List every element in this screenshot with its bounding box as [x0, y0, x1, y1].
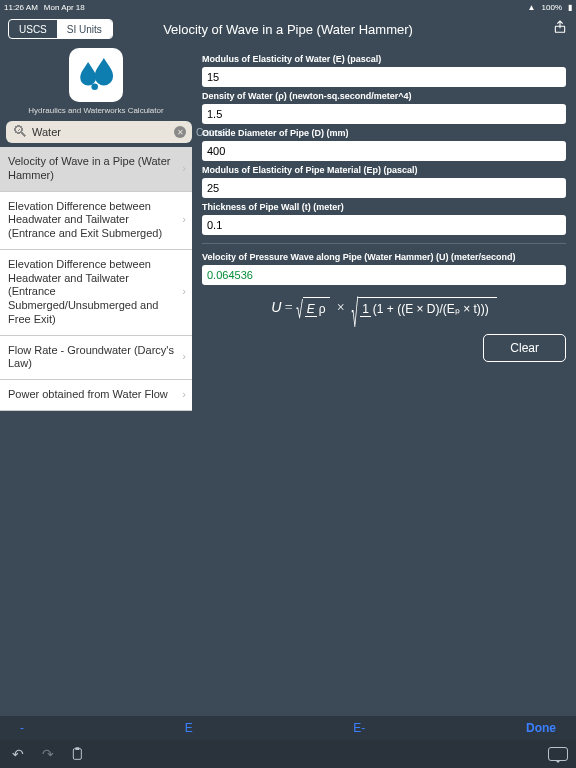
bottom-toolbar: ↶ ↷ [0, 740, 576, 768]
svg-rect-3 [75, 747, 79, 750]
title-bar: USCS SI Units Velocity of Wave in a Pipe… [0, 14, 576, 44]
svg-point-1 [91, 84, 98, 91]
keyboard-icon[interactable] [548, 744, 568, 764]
list-item-label: Elevation Difference between Headwater a… [8, 258, 158, 325]
field-label: Density of Water (ρ) (newton-sq.second/m… [202, 91, 566, 101]
list-item-label: Elevation Difference between Headwater a… [8, 200, 162, 240]
redo-icon[interactable]: ↷ [38, 744, 58, 764]
chevron-right-icon: › [182, 213, 186, 227]
kb-e[interactable]: E [185, 721, 193, 735]
field-label: Modulus of Elasticity of Pipe Material (… [202, 165, 566, 175]
sidebar: Hydraulics and Waterworks Calculator 🔍︎ … [0, 44, 192, 716]
keyboard-accessory: - E E- Done [0, 716, 576, 740]
seg-uscs[interactable]: USCS [9, 20, 57, 38]
kb-neg[interactable]: - [20, 721, 24, 735]
search-icon: 🔍︎ [12, 123, 28, 141]
field-label: Thickness of Pipe Wall (t) (meter) [202, 202, 566, 212]
input-d[interactable] [202, 141, 566, 161]
result-label: Velocity of Pressure Wave along Pipe (Wa… [202, 252, 566, 262]
search-input-wrap[interactable]: 🔍︎ ✕ [6, 121, 192, 143]
share-icon[interactable] [552, 19, 568, 39]
formula-display: U = √Eρ × √1(1 + ((E × D)/(Eₚ × t))) [202, 299, 566, 316]
kb-e-neg[interactable]: E- [353, 721, 365, 735]
battery-pct: 100% [542, 3, 562, 12]
battery-icon: ▮ [568, 3, 572, 12]
input-ep[interactable] [202, 178, 566, 198]
list-item-label: Flow Rate - Groundwater (Darcy's Law) [8, 344, 174, 370]
chevron-right-icon: › [182, 350, 186, 364]
list-item-label: Power obtained from Water Flow [8, 388, 168, 400]
chevron-right-icon: › [182, 285, 186, 299]
list-item[interactable]: Power obtained from Water Flow› [0, 380, 192, 411]
app-logo [69, 48, 123, 102]
clear-button[interactable]: Clear [483, 334, 566, 362]
chevron-right-icon: › [182, 388, 186, 402]
field-label: Modulus of Elasticity of Water (E) (pasc… [202, 54, 566, 64]
app-subtitle: Hydraulics and Waterworks Calculator [0, 106, 192, 115]
svg-rect-2 [73, 749, 81, 760]
wifi-icon: ▲ [528, 3, 536, 12]
paste-icon[interactable] [68, 744, 88, 764]
field-label: Outside Diameter of Pipe (D) (mm) [202, 128, 566, 138]
result-output [202, 265, 566, 285]
list-item-label: Velocity of Wave in a Pipe (Water Hammer… [8, 155, 170, 181]
list-item[interactable]: Velocity of Wave in a Pipe (Water Hammer… [0, 147, 192, 192]
list-item[interactable]: Flow Rate - Groundwater (Darcy's Law)› [0, 336, 192, 381]
list-item[interactable]: Elevation Difference between Headwater a… [0, 192, 192, 250]
seg-si[interactable]: SI Units [57, 20, 112, 38]
status-time: 11:26 AM [4, 3, 38, 12]
content-panel: Modulus of Elasticity of Water (E) (pasc… [192, 44, 576, 716]
input-e[interactable] [202, 67, 566, 87]
status-date: Mon Apr 18 [44, 3, 85, 12]
unit-segmented-control[interactable]: USCS SI Units [8, 19, 113, 39]
chevron-right-icon: › [182, 162, 186, 176]
input-rho[interactable] [202, 104, 566, 124]
input-t[interactable] [202, 215, 566, 235]
kb-done[interactable]: Done [526, 721, 556, 735]
status-bar: 11:26 AM Mon Apr 18 ▲ 100% ▮ [0, 0, 576, 14]
undo-icon[interactable]: ↶ [8, 744, 28, 764]
clear-search-icon[interactable]: ✕ [174, 126, 186, 138]
calc-list: Velocity of Wave in a Pipe (Water Hammer… [0, 147, 192, 411]
list-item[interactable]: Elevation Difference between Headwater a… [0, 250, 192, 336]
search-input[interactable] [32, 126, 170, 138]
